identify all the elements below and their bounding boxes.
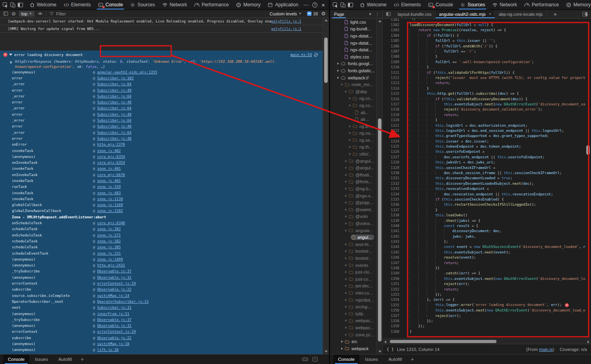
scrollbar-thumb[interactable] <box>378 118 381 341</box>
chevron-right-icon[interactable] <box>345 313 347 315</box>
help-icon[interactable]: ? <box>312 2 317 8</box>
custom-levels-dropdown[interactable]: Custom levels▼ <box>267 11 304 17</box>
chevron-right-icon[interactable] <box>341 83 343 86</box>
line-number[interactable]: 1320 <box>383 118 399 122</box>
line-number[interactable]: 1357 <box>383 314 399 318</box>
drawer-tab-issues[interactable]: Issues <box>360 355 383 364</box>
line-number[interactable]: 1350 <box>383 277 399 281</box>
stack-source-link[interactable]: zone.js:1169 <box>97 203 123 207</box>
line-number[interactable]: 1348 <box>383 266 399 270</box>
tree-item-ansiht[interactable]: ansi-ht... <box>330 241 376 248</box>
collapse-triangle-icon[interactable] <box>9 54 12 56</box>
chevron-right-icon[interactable] <box>345 215 347 218</box>
stack-source-link[interactable]: switchMap.js:10 <box>97 342 129 346</box>
line-number[interactable]: 1347 <box>383 261 399 265</box>
close-tab-icon[interactable]: × <box>489 12 491 16</box>
tree-item-minics[interactable]: mini-cs... <box>330 289 376 296</box>
line-number[interactable]: 1349 <box>383 271 399 275</box>
line-number[interactable]: 1323 <box>383 134 399 138</box>
tab-welcome[interactable]: Welcome <box>26 0 60 9</box>
chevron-right-icon[interactable] <box>345 167 347 169</box>
tab-network[interactable]: Network <box>159 0 191 9</box>
line-number[interactable]: 1341 <box>383 229 399 233</box>
stack-source-link[interactable]: errorContext.js:19 <box>97 281 136 285</box>
tree-item-tslib[interactable]: tslib <box>330 310 376 317</box>
show-navigator-icon[interactable] <box>383 10 394 18</box>
line-number[interactable]: 1329 <box>383 166 399 170</box>
tree-item-src[interactable]: src <box>330 338 376 345</box>
line-number[interactable]: 1314 <box>383 86 399 90</box>
more-tabs-icon[interactable]: » <box>547 10 564 18</box>
file-tab-layout-bundle.css[interactable]: layout-bundle.css <box>394 10 436 18</box>
line-number[interactable]: 1308 <box>383 54 399 58</box>
line-number[interactable]: 1304 <box>383 34 399 38</box>
tree-item-justco[interactable]: just-co... <box>330 276 376 283</box>
scroll-down-icon[interactable] <box>378 351 381 353</box>
chevron-right-icon[interactable] <box>345 299 347 301</box>
chevron-right-icon[interactable] <box>345 188 347 190</box>
chevron-right-icon[interactable] <box>345 174 347 176</box>
stack-source-link[interactable]: Subscriber.js:40 <box>97 137 132 141</box>
line-number[interactable]: 1324 <box>383 139 399 143</box>
stack-source-link[interactable]: Subscriber.js:64 <box>97 82 132 86</box>
stack-source-link[interactable]: zone.js:1138 <box>97 197 123 201</box>
line-number[interactable]: 1322 <box>383 129 399 133</box>
line-number[interactable]: 1346 <box>383 255 399 259</box>
tree-item-ngco[interactable]: ng.co... <box>330 95 376 102</box>
line-number[interactable]: 1336 <box>383 203 399 206</box>
drawer-tab-autofill[interactable]: Autofill <box>383 355 407 364</box>
tree-item-@angul[interactable]: @angul... <box>330 164 376 171</box>
chevron-right-icon[interactable] <box>349 146 351 148</box>
stack-source-link[interactable]: errorContext.js:19 <box>97 330 136 334</box>
stack-source-link[interactable]: Subscriber.js:64 <box>97 118 132 122</box>
tree-item-angular[interactable]: angular... <box>330 227 376 234</box>
tab-performance[interactable]: Performance <box>521 0 563 9</box>
scroll-right-icon[interactable] <box>587 340 589 343</box>
error-source-link[interactable]: main.ts:53 <box>291 53 312 57</box>
ignore-listing-icon[interactable] <box>314 53 318 57</box>
dock-side-icon[interactable] <box>347 2 353 8</box>
line-number[interactable]: 1328 <box>383 160 399 164</box>
stack-source-link[interactable]: http.mjs:2431 <box>97 263 125 267</box>
line-number[interactable]: 1354 <box>383 298 399 302</box>
line-number[interactable]: 1309 <box>383 60 399 64</box>
stack-source-link[interactable]: core.mjs:6354 <box>97 155 125 159</box>
tree-item-@floati[interactable]: @floati... <box>330 171 376 178</box>
chevron-right-icon[interactable] <box>345 180 347 183</box>
tab-sources[interactable]: Sources <box>127 0 159 9</box>
tree-item-ngoa[interactable]: ng.oa... <box>330 130 376 137</box>
chevron-right-icon[interactable] <box>349 104 351 107</box>
tree-item-@ngxv[interactable]: @ngx-v... <box>330 192 376 199</box>
tab-console[interactable]: Console <box>94 0 127 9</box>
line-number[interactable]: 1305 <box>383 39 399 43</box>
chevron-right-icon[interactable] <box>345 306 347 308</box>
chevron-right-icon[interactable] <box>341 340 343 343</box>
tree-item-angul[interactable]: angul... <box>330 234 376 241</box>
line-number[interactable]: 1318 <box>383 107 399 111</box>
stack-source-link[interactable]: lift.js:10 <box>97 348 119 352</box>
chevron-down-icon[interactable]: ▼ <box>368 12 372 16</box>
chevron-right-icon[interactable] <box>345 319 347 322</box>
scrollbar-thumb[interactable] <box>390 340 497 343</box>
tree-item-webpack[interactable]: webpack <box>330 345 376 352</box>
stack-source-link[interactable]: core.mjs:6676 <box>97 173 125 177</box>
stack-source-link[interactable]: Subscriber.js:40 <box>97 113 132 116</box>
line-number[interactable]: 1332 <box>383 182 399 186</box>
tree-item-utils[interactable]: utils/... <box>330 150 376 158</box>
line-number[interactable]: 1345 <box>383 250 399 254</box>
line-number[interactable]: 1340 <box>383 224 399 228</box>
line-number[interactable]: 1358 <box>383 319 399 323</box>
chevron-right-icon[interactable] <box>341 347 343 350</box>
tree-item-webpac[interactable]: webpac... <box>330 324 376 331</box>
tree-item-fontsgoogl[interactable]: fonts.googl... <box>330 60 376 68</box>
close-icon[interactable]: × <box>321 2 325 8</box>
tree-item-lightcss[interactable]: light.css <box>330 19 376 26</box>
chevron-right-icon[interactable] <box>337 77 339 79</box>
drawer-tab-autofill[interactable]: Autofill <box>53 355 77 364</box>
stack-source-link[interactable]: zone.js:382 <box>97 239 121 243</box>
scroll-down-icon[interactable] <box>325 351 328 353</box>
line-number[interactable]: 1359 <box>383 324 399 328</box>
console-settings-gear-icon[interactable]: ⚙ <box>321 11 326 17</box>
tree-item-@volo[interactable]: @volo <box>330 213 376 220</box>
file-tab-angular-oauth2-oidc.mjs[interactable]: angular-oauth2-oidc.mjs× <box>436 10 495 18</box>
